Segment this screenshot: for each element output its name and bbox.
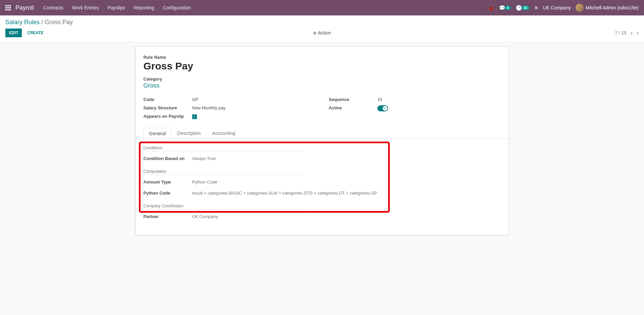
- nav-work-entries[interactable]: Work Entries: [72, 5, 99, 10]
- create-button[interactable]: CREATE: [24, 29, 47, 37]
- salary-structure-label: Salary Structure: [144, 105, 192, 110]
- control-panel: Salary Rules / Gross Pay EDIT CREATE Act…: [0, 15, 644, 42]
- sequence-label: Sequence: [329, 97, 377, 102]
- fields-col-right: Sequence 15 Active: [329, 95, 501, 121]
- activities-badge: 16: [522, 6, 529, 10]
- pager: 7 / 15 ‹ ›: [615, 30, 639, 37]
- apps-icon[interactable]: [5, 5, 11, 10]
- edit-button[interactable]: EDIT: [5, 29, 22, 37]
- pager-prev-icon[interactable]: ‹: [631, 30, 633, 37]
- code-value: GP: [192, 97, 199, 102]
- messages-badge: 4: [505, 6, 511, 10]
- tab-general[interactable]: General: [144, 128, 172, 139]
- rule-name-label: Rule Name: [144, 55, 501, 60]
- nav-reporting[interactable]: Reporting: [134, 5, 154, 10]
- user-menu[interactable]: Mitchell Admin (odoo15e): [576, 4, 639, 12]
- form-sheet: Rule Name Gross Pay Category Gross Code …: [135, 46, 509, 235]
- breadcrumb-current: Gross Pay: [45, 19, 73, 25]
- tab-accounting[interactable]: Accounting: [206, 127, 241, 139]
- main-nav: Contracts Work Entries Payslips Reportin…: [43, 5, 191, 10]
- fields-col-left: Code GP Salary Structure New Monthly pay…: [144, 95, 316, 121]
- python-code-label: Python Code: [144, 191, 192, 196]
- company-selector[interactable]: UK Company: [543, 5, 571, 10]
- company-contribution-section-label: Company Contribution: [144, 204, 305, 209]
- topbar-right: 🐞 💬4 🕐16 ✕ UK Company Mitchell Admin (od…: [487, 4, 639, 12]
- rule-name-value: Gross Pay: [144, 60, 501, 72]
- top-navbar: Payroll Contracts Work Entries Payslips …: [0, 0, 644, 15]
- tab-content-general: Conditions Condition Based on Always Tru…: [144, 139, 501, 221]
- tab-description[interactable]: Description: [171, 127, 206, 139]
- nav-contracts[interactable]: Contracts: [43, 5, 63, 10]
- pager-text[interactable]: 7 / 15: [615, 30, 627, 36]
- breadcrumb-sep: /: [41, 19, 45, 25]
- category-value[interactable]: Gross: [144, 82, 501, 89]
- action-row: EDIT CREATE Action 7 / 15 ‹ ›: [5, 29, 639, 37]
- computation-section-label: Computation: [144, 169, 305, 175]
- appears-on-payslip-label: Appears on Payslip: [144, 114, 192, 119]
- tabs: General Description Accounting: [136, 127, 509, 139]
- salary-structure-value[interactable]: New Monthly pay: [192, 105, 226, 110]
- conditions-section-label: Conditions: [144, 146, 305, 151]
- condition-based-on-label: Condition Based on: [144, 156, 192, 161]
- sequence-value: 15: [377, 97, 382, 102]
- code-label: Code: [144, 97, 192, 102]
- breadcrumb: Salary Rules / Gross Pay: [5, 19, 639, 26]
- activities-icon[interactable]: 🕐16: [516, 5, 529, 11]
- action-dropdown[interactable]: Action: [313, 30, 331, 36]
- user-name: Mitchell Admin (odoo15e): [586, 5, 639, 10]
- breadcrumb-parent[interactable]: Salary Rules: [5, 19, 40, 25]
- active-label: Active: [329, 105, 377, 112]
- category-label: Category: [144, 76, 501, 82]
- python-code-value: result = categories.BASIC + categories.A…: [192, 191, 377, 196]
- tools-icon[interactable]: ✕: [534, 5, 538, 11]
- appears-on-payslip-checkbox: ✓: [192, 114, 197, 119]
- partner-value[interactable]: UK Company: [192, 214, 218, 219]
- active-toggle: [377, 105, 388, 111]
- avatar: [576, 4, 584, 12]
- nav-payslips[interactable]: Payslips: [108, 5, 125, 10]
- fields-grid: Code GP Salary Structure New Monthly pay…: [144, 95, 501, 121]
- content-wrap: Rule Name Gross Pay Category Gross Code …: [0, 42, 644, 246]
- condition-based-on-value: Always True: [192, 156, 216, 161]
- amount-type-label: Amount Type: [144, 179, 192, 185]
- messages-icon[interactable]: 💬4: [499, 5, 511, 11]
- debug-icon[interactable]: 🐞: [487, 5, 494, 11]
- pager-next-icon[interactable]: ›: [637, 30, 639, 37]
- app-name[interactable]: Payroll: [15, 4, 34, 11]
- amount-type-value: Python Code: [192, 179, 217, 185]
- partner-label: Partner: [144, 214, 192, 219]
- nav-configuration[interactable]: Configuration: [163, 5, 191, 10]
